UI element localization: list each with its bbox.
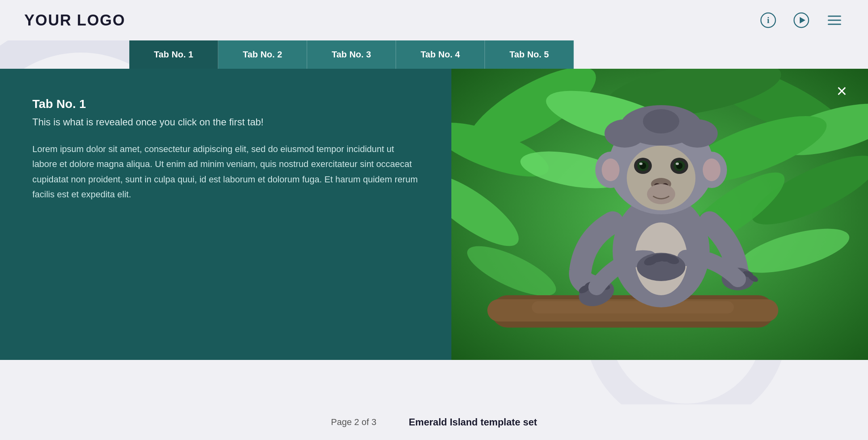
header: YOUR LOGO i (0, 0, 868, 40)
tab-4[interactable]: Tab No. 4 (396, 40, 485, 69)
footer: Page 2 of 3 Emerald Island template set (0, 404, 868, 440)
menu-icon[interactable] (825, 11, 844, 30)
footer-page-info: Page 2 of 3 (331, 417, 377, 427)
header-icons: i (759, 11, 844, 30)
svg-text:i: i (767, 15, 769, 25)
svg-point-48 (676, 163, 679, 165)
content-panel: Tab No. 1 This is what is revealed once … (0, 69, 451, 360)
monkey-image (451, 69, 868, 360)
svg-point-39 (703, 159, 721, 181)
tabs-bar: Tab No. 1 Tab No. 2 Tab No. 3 Tab No. 4 … (129, 40, 868, 69)
svg-point-52 (647, 184, 675, 204)
content-body: Lorem ipsum dolor sit amet, consectetur … (32, 142, 419, 202)
content-image: × (451, 69, 868, 360)
main-content: Tab No. 1 This is what is revealed once … (0, 69, 868, 360)
tab-1[interactable]: Tab No. 1 (129, 40, 218, 69)
footer-template-name: Emerald Island template set (409, 417, 537, 428)
info-icon[interactable]: i (759, 11, 777, 30)
content-title: Tab No. 1 (32, 97, 419, 111)
svg-point-54 (605, 119, 645, 148)
tab-2[interactable]: Tab No. 2 (218, 40, 307, 69)
close-button[interactable]: × (832, 81, 852, 101)
svg-point-55 (677, 119, 718, 148)
tab-5[interactable]: Tab No. 5 (485, 40, 574, 69)
svg-point-56 (643, 109, 679, 133)
svg-point-37 (602, 159, 619, 181)
play-icon[interactable] (792, 11, 811, 30)
svg-marker-3 (800, 17, 805, 23)
svg-rect-23 (532, 301, 734, 313)
svg-point-44 (639, 163, 643, 165)
tab-3[interactable]: Tab No. 3 (307, 40, 396, 69)
logo: YOUR LOGO (24, 12, 125, 29)
content-subtitle: This is what is revealed once you click … (32, 115, 419, 129)
